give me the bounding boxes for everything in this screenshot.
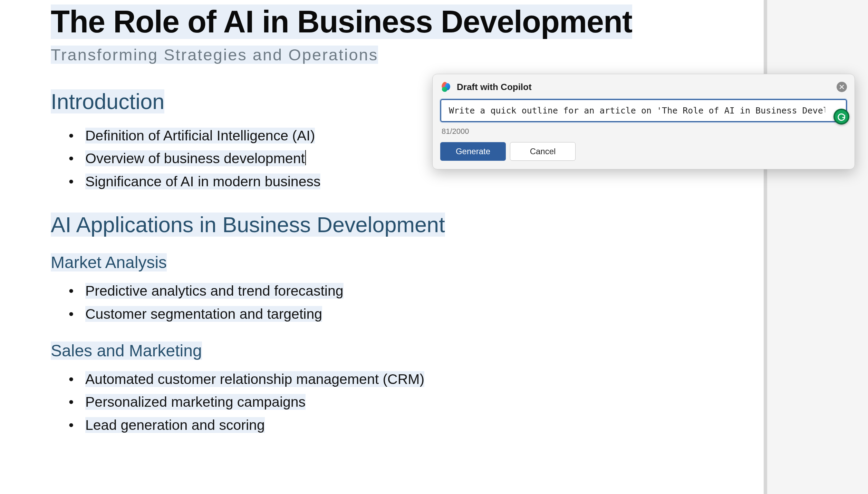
list-item-text: Definition of Artificial Intelligence (A… [85,128,315,144]
document-title-text: The Role of AI in Business Development [51,4,632,39]
close-icon [839,85,844,89]
copilot-header-left: Draft with Copilot [440,81,532,93]
text-cursor [305,150,306,165]
copilot-draft-panel: Draft with Copilot Write a quick outline… [432,74,855,169]
list-item-text: Predictive analytics and trend forecasti… [85,283,344,299]
character-counter: 81/2000 [440,127,847,136]
list-item: Significance of AI in modern business [85,170,665,193]
list-item: Customer segmentation and targeting [85,303,665,325]
subsection-heading-market-analysis: Market Analysis [51,253,665,272]
list-item: Automated customer relationship manageme… [85,368,665,391]
document-body: The Role of AI in Business Development T… [51,5,665,436]
bullet-list: Predictive analytics and trend forecasti… [51,279,665,325]
list-item-text: Automated customer relationship manageme… [85,371,424,387]
generate-button[interactable]: Generate [440,142,506,161]
copilot-header: Draft with Copilot [440,81,847,93]
heading-text: Sales and Marketing [51,342,202,360]
copilot-button-row: Generate Cancel [440,142,847,161]
close-button[interactable] [837,82,847,92]
subsection-heading-sales-marketing: Sales and Marketing [51,341,665,360]
list-item-text: Overview of business development [85,150,305,166]
copilot-icon [440,81,452,93]
cancel-button[interactable]: Cancel [510,142,576,161]
list-item-text: Personalized marketing campaigns [85,394,306,410]
bullet-list: Automated customer relationship manageme… [51,368,665,436]
document-title: The Role of AI in Business Development [51,5,665,39]
document-subtitle: Transforming Strategies and Operations [51,45,665,64]
list-item-text: Customer segmentation and targeting [85,306,322,322]
document-subtitle-text: Transforming Strategies and Operations [51,46,378,64]
list-item: Predictive analytics and trend forecasti… [85,279,665,302]
list-item-text: Lead generation and scoring [85,417,265,433]
heading-text: AI Applications in Business Development [51,213,445,237]
list-item-text: Significance of AI in modern business [85,174,320,189]
section-heading-ai-applications: AI Applications in Business Development [51,212,665,237]
heading-text: Market Analysis [51,253,167,271]
list-item: Lead generation and scoring [85,414,665,436]
prompt-input-text: Write a quick outline for an article on … [449,106,825,116]
grammarly-icon[interactable] [833,109,849,125]
list-item: Personalized marketing campaigns [85,391,665,413]
heading-text: Introduction [51,89,164,113]
prompt-input[interactable]: Write a quick outline for an article on … [440,99,847,122]
copilot-title: Draft with Copilot [457,82,532,92]
